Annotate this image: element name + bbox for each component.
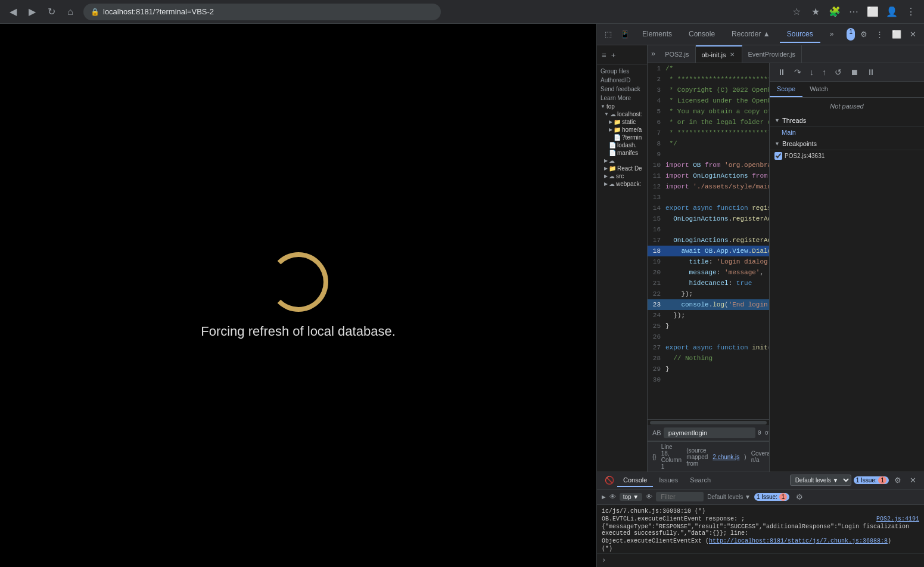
- tree-item-localhost[interactable]: ▼ ☁ localhost:: [597, 110, 647, 118]
- sidebar-new-icon[interactable]: +: [610, 50, 617, 61]
- step-back-button[interactable]: ↺: [832, 66, 845, 79]
- code-line-27: 27 export async function init() {: [648, 342, 769, 353]
- console-tab-search[interactable]: Search: [684, 474, 717, 487]
- console-tab-issues[interactable]: Issues: [653, 474, 684, 487]
- cloud4-icon: ☁: [609, 181, 615, 187]
- breakpoints-section-header[interactable]: ▼ Breakpoints: [770, 138, 924, 150]
- profile-button[interactable]: 👤: [883, 4, 900, 20]
- tree-item-cloud-empty[interactable]: ▶ ☁: [597, 157, 647, 165]
- tab-ob-init[interactable]: ob-init.js ✕: [696, 45, 742, 63]
- tree-item-home[interactable]: ▶ 📁 home/a: [597, 126, 647, 134]
- devtools-settings-button[interactable]: ⚙: [857, 28, 870, 41]
- devtools-close-button[interactable]: ✕: [907, 28, 919, 41]
- console-gear-btn[interactable]: ⚙: [793, 491, 806, 503]
- console-eye2-icon[interactable]: 👁: [646, 493, 652, 501]
- format-icon[interactable]: {}: [652, 454, 657, 460]
- refresh-button[interactable]: ↻: [43, 4, 60, 20]
- tab-pos2[interactable]: POS2.js: [659, 45, 695, 63]
- thread-item-main[interactable]: Main: [770, 127, 924, 138]
- chrome-menu-button[interactable]: ⋮: [903, 4, 919, 20]
- devtools-more-button[interactable]: ⋮: [873, 28, 886, 41]
- find-input[interactable]: [664, 427, 755, 438]
- tree-arrow: ▼: [601, 104, 605, 109]
- watch-tab[interactable]: Watch: [802, 82, 835, 97]
- tree-item-top[interactable]: ▼ top: [597, 103, 647, 110]
- chunk-link[interactable]: 2.chunk.js: [713, 454, 739, 460]
- tab-elements[interactable]: Elements: [635, 26, 679, 43]
- console-tab-console[interactable]: Console: [617, 474, 653, 487]
- tree-item-lodash[interactable]: 📄 lodash.: [597, 141, 647, 149]
- console-settings-button[interactable]: ⚙: [891, 474, 904, 487]
- forward-button[interactable]: ▶: [24, 4, 41, 20]
- star-button[interactable]: ★: [807, 4, 824, 20]
- send-feedback-link[interactable]: Send feedback: [597, 85, 647, 94]
- console-clear-button[interactable]: 🚫: [602, 474, 617, 487]
- extension-button[interactable]: 🧩: [826, 4, 843, 20]
- console-top-dropdown[interactable]: top ▼: [620, 493, 643, 501]
- line-num-14: 14: [648, 203, 665, 213]
- device-toolbar-button[interactable]: 📱: [617, 28, 633, 41]
- sidebar-toggle-icon[interactable]: ≡: [601, 50, 608, 61]
- code-line-25: 25 }: [648, 321, 769, 331]
- step-out-button[interactable]: ↑: [819, 66, 829, 79]
- tree-item-manifest[interactable]: 📄 manifes: [597, 149, 647, 157]
- scope-tab[interactable]: Scope: [770, 82, 802, 97]
- pause-on-exceptions-button[interactable]: ⏸: [864, 66, 878, 79]
- back-button[interactable]: ◀: [5, 4, 21, 20]
- tab-sources[interactable]: Sources: [780, 26, 820, 43]
- tab-event-provider[interactable]: EventProvider.js: [742, 45, 802, 63]
- bookmark-button[interactable]: ☆: [788, 4, 805, 20]
- devtools-dock-button[interactable]: ⬜: [889, 28, 904, 41]
- code-line-7: 7 * ************************************…: [648, 128, 769, 138]
- code-line-22: 22 });: [648, 289, 769, 299]
- address-bar[interactable]: 🔒 localhost:8181/?terminal=VBS-2: [83, 4, 441, 20]
- step-over-button[interactable]: ↷: [791, 66, 804, 79]
- line-content-30: [665, 374, 674, 385]
- line-num-10: 10: [648, 160, 665, 171]
- code-editor-scroll[interactable]: 1 /* 2 * *******************************…: [648, 63, 769, 419]
- line-content-6: * or in the legal folder of this module …: [665, 117, 769, 128]
- console-text-5: (*): [602, 546, 612, 552]
- tabs-more-icon[interactable]: »: [648, 48, 659, 61]
- step-into-button[interactable]: ↓: [807, 66, 817, 79]
- lock-icon: 🔒: [91, 8, 99, 16]
- devtools-right-icons: 1 ⚙ ⋮ ⬜ ✕: [847, 28, 919, 41]
- tree-item-webpack[interactable]: ▶ ☁ webpack:: [597, 180, 647, 188]
- console-execute-icon[interactable]: ▶: [602, 493, 606, 501]
- authored-header[interactable]: Authored/D: [597, 76, 647, 85]
- threads-section-header[interactable]: ▼ Threads: [770, 114, 924, 127]
- dock-button[interactable]: ⬜: [864, 4, 881, 20]
- console-filter-input[interactable]: [656, 492, 704, 501]
- code-line-8: 8 */: [648, 138, 769, 149]
- editor-area: » POS2.js ob-init.js ✕ EventProvider.js: [648, 45, 924, 472]
- deactivate-breakpoints-button[interactable]: ⏹: [847, 66, 861, 79]
- tab-recorder[interactable]: Recorder ▲: [724, 26, 777, 43]
- console-content[interactable]: ic/js/7.chunk.js:36038:10 (*) OB.EVTCLi.…: [597, 505, 924, 553]
- tab-ob-init-close[interactable]: ✕: [729, 51, 736, 58]
- tab-console[interactable]: Console: [682, 26, 722, 43]
- pause-button[interactable]: ⏸: [774, 66, 789, 79]
- console-close-button[interactable]: ✕: [907, 474, 919, 487]
- line-content-25: }: [665, 321, 674, 331]
- console-source-2[interactable]: POS2.js:4191: [876, 516, 919, 522]
- tree-item-static[interactable]: ▶ 📁 static: [597, 118, 647, 126]
- tree-item-src[interactable]: ▶ ☁ src: [597, 172, 647, 180]
- horizontal-scrollbar[interactable]: [648, 419, 769, 425]
- console-levels-select[interactable]: Default levels ▼: [790, 475, 851, 486]
- home-button[interactable]: ⌂: [62, 4, 79, 20]
- tree-item-terminal[interactable]: 📄 ?termin: [597, 134, 647, 141]
- console-link[interactable]: http://localhost:8181/static/js/7.chunk.…: [709, 538, 888, 544]
- code-line-9: 9: [648, 149, 769, 160]
- tab-more[interactable]: »: [823, 26, 841, 43]
- line-num-16: 16: [648, 224, 665, 235]
- breakpoint-checkbox-1[interactable]: [774, 152, 782, 160]
- console-line-5: (*): [602, 545, 919, 553]
- group-files-header[interactable]: Group files: [597, 67, 647, 76]
- tree-label: manifes: [617, 150, 638, 156]
- tree-item-reactdev[interactable]: ▶ 📁 React De: [597, 165, 647, 172]
- source-tabs-bar: » POS2.js ob-init.js ✕ EventProvider.js: [648, 45, 924, 63]
- learn-more-link[interactable]: Learn More: [597, 94, 647, 103]
- console-eye-icon[interactable]: 👁: [609, 493, 616, 501]
- more-tools-button[interactable]: ⋯: [845, 4, 862, 20]
- inspect-element-button[interactable]: ⬚: [602, 28, 615, 41]
